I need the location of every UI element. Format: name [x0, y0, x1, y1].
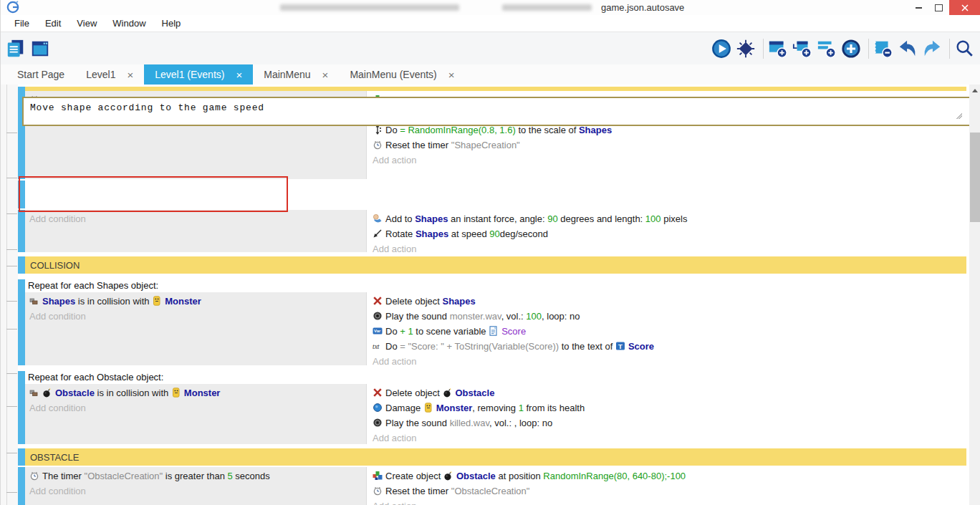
condition-line[interactable]: Obstacle is in collision with Monster [29, 385, 366, 400]
search-button[interactable] [953, 36, 978, 62]
event-selection-chip[interactable] [18, 256, 25, 274]
restore-button[interactable] [929, 0, 948, 15]
comment-edit-row[interactable] [18, 181, 966, 208]
tab-mainmenu-events-[interactable]: MainMenu (Events)× [339, 64, 465, 85]
conditions-cell[interactable]: Obstacle is in collision with MonsterAdd… [25, 384, 366, 444]
add-action-link[interactable]: Add action [373, 499, 966, 505]
gutter-tick [6, 301, 17, 302]
text-segment: Shapes [415, 213, 448, 224]
add-condition-link[interactable]: Add condition [29, 484, 366, 499]
add-event-button[interactable] [767, 36, 792, 62]
comment-edit-textarea[interactable] [22, 97, 971, 126]
condition-line[interactable]: The timer "ObstacleCreation" is greater … [29, 468, 366, 484]
menu-help[interactable]: Help [154, 15, 189, 32]
actions-cell[interactable]: Delete object ObstacleDamage Monster, re… [366, 384, 966, 444]
comment-event-row[interactable]: OBSTACLE [18, 448, 966, 466]
resize-grip-icon[interactable] [953, 110, 962, 119]
menu-window[interactable]: Window [105, 15, 153, 32]
comment-event-row[interactable]: COLLISION [18, 256, 966, 274]
close-button[interactable] [949, 0, 980, 15]
text-segment: Play the sound [385, 311, 450, 322]
minimize-button[interactable] [909, 0, 928, 15]
redo-button[interactable] [921, 36, 946, 62]
add-more-button[interactable] [840, 36, 865, 62]
event-row[interactable]: The timer "ObstacleCreation" is greater … [18, 467, 966, 505]
event-selection-chip[interactable] [18, 371, 25, 444]
tab-close-icon[interactable]: × [127, 69, 133, 81]
add-comment-button[interactable] [816, 36, 840, 62]
vertical-scrollbar[interactable] [969, 85, 980, 505]
action-line[interactable]: Create object Obstacle at position Rando… [373, 468, 966, 484]
tab-label: Level1 [86, 69, 115, 80]
delete-event-button[interactable] [873, 36, 897, 62]
action-line[interactable]: txtDo = "Score: " + ToString(Variable(Sc… [373, 339, 966, 354]
tab-close-icon[interactable]: × [236, 69, 242, 81]
add-action-link[interactable]: Add action [373, 354, 966, 369]
action-line[interactable]: Reset the timer "ObstacleCreation" [373, 484, 966, 499]
foreach-header[interactable]: Repeat for each Shapes object: [25, 279, 966, 292]
conditions-cell[interactable]: Add condition [25, 210, 366, 252]
actions-cell[interactable]: Delete object ShapesPlay the sound monst… [366, 292, 966, 365]
text-segment: is in collision with [75, 296, 152, 307]
text-action-icon: txt [373, 341, 383, 351]
scene-editor-button[interactable] [29, 36, 54, 62]
action-line[interactable]: Play the sound killed.wav, vol.: , loop:… [373, 415, 966, 431]
add-subevent-button[interactable] [792, 36, 816, 62]
event-selection-chip[interactable] [18, 448, 25, 466]
tab-start-page[interactable]: Start Page [6, 64, 75, 85]
action-line[interactable]: Rotate Shapes at speed 90deg/second [373, 226, 966, 241]
action-line[interactable]: Damage Monster, removing 1 from its heal… [373, 400, 966, 415]
action-line[interactable]: Reset the timer "ShapeCreation" [373, 138, 966, 153]
add-action-link[interactable]: Add action [373, 431, 966, 446]
text-segment: Rotate [385, 229, 415, 239]
add-condition-link[interactable]: Add condition [29, 400, 366, 415]
timer-icon [29, 471, 39, 481]
action-line[interactable]: Add to Shapes an instant force, angle: 9… [373, 211, 966, 226]
undo-button[interactable] [897, 36, 921, 62]
tab-bar: Start PageLevel1×Level1 (Events)×MainMen… [1, 64, 980, 85]
add-action-link[interactable]: Add action [373, 241, 966, 256]
project-manager-icon [6, 39, 26, 59]
menu-edit[interactable]: Edit [37, 15, 69, 32]
tab-level1[interactable]: Level1× [75, 64, 144, 85]
conditions-cell[interactable]: The timer "ObstacleCreation" is greater … [25, 467, 366, 505]
scrollbar-thumb[interactable] [970, 133, 980, 222]
add-action-link[interactable]: Add action [373, 153, 966, 168]
action-line[interactable]: Delete object Obstacle [373, 385, 966, 400]
project-manager-button[interactable] [5, 36, 29, 62]
comment-bar[interactable]: OBSTACLE [25, 448, 966, 466]
action-line[interactable]: VarDo + 1 to scene variable Score [373, 324, 966, 339]
tab-close-icon[interactable]: × [322, 69, 329, 81]
gutter-tick [6, 133, 17, 133]
play-button[interactable] [711, 36, 735, 62]
menu-view[interactable]: View [69, 15, 105, 32]
action-line[interactable]: Play the sound monster.wav, vol.: 100, l… [373, 309, 966, 324]
event-row[interactable]: Repeat for each Shapes object:Shapes is … [18, 279, 966, 365]
add-condition-link[interactable]: Add condition [29, 309, 366, 324]
scroll-up-icon[interactable] [969, 85, 980, 96]
event-selection-chip[interactable] [18, 181, 25, 208]
condition-line[interactable]: Shapes is in collision with Monster [29, 294, 366, 309]
foreach-header[interactable]: Repeat for each Obstacle object: [25, 371, 966, 384]
tab-mainmenu[interactable]: MainMenu× [253, 64, 339, 85]
events-gutter [1, 85, 18, 505]
event-row[interactable]: Repeat for each Obstacle object:Obstacle… [18, 371, 966, 444]
svg-text:Var: Var [374, 329, 381, 333]
tab-level1-events-[interactable]: Level1 (Events)× [144, 64, 253, 85]
conditions-cell[interactable]: Shapes is in collision with MonsterAdd c… [25, 292, 366, 365]
toolbar-right [711, 36, 980, 62]
tab-close-icon[interactable]: × [448, 69, 455, 81]
event-selection-chip[interactable] [18, 210, 25, 252]
comment-bar[interactable]: COLLISION [25, 256, 966, 274]
debug-button[interactable] [735, 36, 759, 62]
actions-cell[interactable]: Create object Obstacle at position Rando… [366, 467, 966, 505]
text-segment: Add condition [29, 311, 86, 322]
event-row[interactable]: Add conditionAdd to Shapes an instant fo… [18, 210, 966, 252]
menu-file[interactable]: File [6, 15, 37, 32]
event-selection-chip[interactable] [18, 467, 25, 505]
actions-cell[interactable]: Add to Shapes an instant force, angle: 9… [366, 210, 966, 252]
text-segment: Add action [373, 501, 416, 505]
add-condition-link[interactable]: Add condition [29, 211, 366, 226]
event-selection-chip[interactable] [18, 279, 25, 365]
action-line[interactable]: Delete object Shapes [373, 294, 966, 309]
